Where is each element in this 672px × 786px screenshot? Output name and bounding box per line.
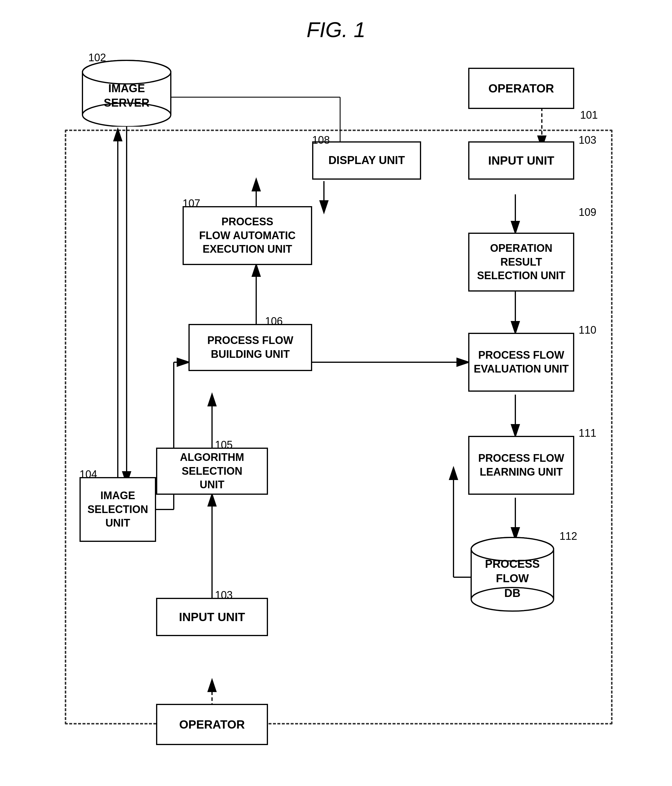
input-unit-top-label: INPUT UNIT [488, 153, 554, 168]
ref-103-top: 103 [579, 134, 596, 146]
operator-bottom-label: OPERATOR [179, 717, 245, 732]
process-flow-building-label: PROCESS FLOW BUILDING UNIT [207, 334, 293, 362]
image-selection-unit-box: IMAGE SELECTION UNIT [80, 477, 156, 542]
display-unit-label: DISPLAY UNIT [328, 153, 405, 168]
process-flow-db-cylinder: PROCESS FLOW DB [468, 536, 557, 613]
ref-104: 104 [80, 468, 97, 481]
ref-112: 112 [559, 530, 577, 542]
page-title: FIG. 1 [306, 18, 366, 42]
operation-result-label: OPERATION RESULT SELECTION UNIT [477, 242, 565, 283]
operator-top-label: OPERATOR [488, 81, 554, 96]
process-flow-learning-box: PROCESS FLOW LEARNING UNIT [468, 436, 574, 495]
ref-111: 111 [579, 427, 596, 439]
operator-bottom-box: OPERATOR [156, 704, 268, 745]
ref-107: 107 [182, 197, 200, 210]
process-flow-building-box: PROCESS FLOW BUILDING UNIT [188, 324, 312, 371]
process-flow-evaluation-box: PROCESS FLOW EVALUATION UNIT [468, 333, 574, 392]
ref-108: 108 [312, 134, 330, 146]
ref-102: 102 [88, 52, 106, 64]
process-flow-learning-label: PROCESS FLOW LEARNING UNIT [478, 451, 564, 479]
display-unit-box: DISPLAY UNIT [312, 141, 421, 180]
input-unit-bottom-box: INPUT UNIT [156, 598, 268, 636]
ref-103-bottom: 103 [215, 589, 232, 601]
input-unit-bottom-label: INPUT UNIT [179, 609, 245, 625]
input-unit-top-box: INPUT UNIT [468, 141, 574, 180]
ref-109: 109 [579, 206, 596, 219]
process-flow-auto-exec-box: PROCESS FLOW AUTOMATIC EXECUTION UNIT [182, 206, 312, 265]
operation-result-selection-box: OPERATION RESULT SELECTION UNIT [468, 233, 574, 292]
process-flow-auto-label: PROCESS FLOW AUTOMATIC EXECUTION UNIT [199, 215, 295, 256]
process-flow-db-label: PROCESS FLOW DB [485, 557, 540, 601]
system-boundary-box [65, 130, 612, 725]
process-flow-eval-label: PROCESS FLOW EVALUATION UNIT [474, 348, 569, 376]
ref-105: 105 [215, 439, 232, 451]
image-server-label: IMAGE SERVER [104, 81, 149, 110]
image-selection-label: IMAGE SELECTION UNIT [88, 489, 148, 530]
operator-top-box: OPERATOR [468, 68, 574, 109]
ref-106: 106 [265, 315, 283, 327]
algorithm-selection-unit-box: ALGORITHM SELECTION UNIT [156, 448, 268, 495]
ref-101: 101 [580, 109, 598, 121]
algorithm-selection-label: ALGORITHM SELECTION UNIT [180, 451, 244, 492]
ref-110: 110 [579, 324, 596, 336]
image-server-cylinder: IMAGE SERVER [80, 59, 174, 127]
svg-point-28 [82, 60, 171, 84]
